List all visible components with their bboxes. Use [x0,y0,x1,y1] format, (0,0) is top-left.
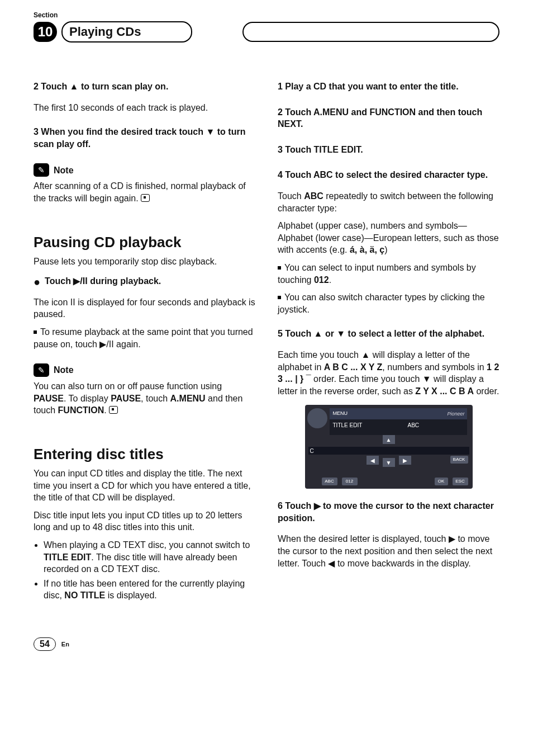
r-step-4-body2: Alphabet (upper case), numbers and symbo… [278,220,499,256]
note-2-body: You can also turn on or off pause functi… [34,380,255,417]
r-step-6-body: When the desired letter is displayed, to… [278,533,499,569]
note-2-pause-2: PAUSE [111,394,141,403]
note-2-text-2: . To display [64,394,111,403]
r-step-4-body: Touch ABC repeatedly to switch between t… [278,190,499,214]
note-2-amenu: A.MENU [170,394,206,403]
device-input-bar [308,447,469,455]
device-back-button: BACK [450,456,468,464]
r-step-4-sq2: You can also switch character types by c… [278,291,499,315]
titles-bullet-1: When playing a CD TEXT disc, you cannot … [44,539,255,575]
r-step-5-d: order. [474,386,499,396]
titles-bullet-2b: is displayed. [105,590,157,600]
r-step-5-b: , numbers and symbols in [382,362,487,372]
r-step-4-body2-close: ) [384,245,387,254]
pausing-step-heading-text: Touch ▶/II during playback. [45,276,161,286]
note-1-label: Note [54,164,74,177]
r-step-1: 1 Play a CD that you want to enter the t… [278,81,499,93]
page-number: 54 [34,637,56,651]
device-down-arrow-icon [383,458,395,467]
r-step-4-body2-text: Alphabet (upper case), numbers and symbo… [278,221,499,254]
r-step-2: 2 Touch A.MENU and FUNCTION and then tou… [278,106,499,130]
chapter-header: 10 Playing CDs [34,21,499,42]
r-step-4-sq1-b: . [329,275,331,285]
note-2-row: ✎ Note [34,363,255,377]
device-screenshot: MENU TITLE EDIT ABC Pioneer C BACK ABC 0… [305,405,473,489]
step-2-heading: 2 Touch ▲ to turn scan play on. [34,81,255,93]
section-label: Section [34,11,499,19]
bullet-icon: ● [34,276,40,288]
device-current-letter: C [308,447,316,456]
titles-body-2: Disc title input lets you input CD title… [34,509,255,533]
device-up-arrow-icon [383,435,395,444]
device-right-arrow-icon [399,456,411,465]
titles-bullets: When playing a CD TEXT disc, you cannot … [44,539,255,602]
r-step-4: 4 Touch ABC to select the desired charac… [278,169,499,181]
note-1-text: After scanning of a CD is finished, norm… [34,181,246,203]
device-title-edit: TITLE EDIT [333,422,363,428]
titles-heading: Entering disc titles [34,445,255,464]
note-2-function: FUNCTION [58,405,104,415]
chapter-header-blank [242,22,499,42]
pausing-heading: Pausing CD playback [34,233,255,252]
r-step-5: 5 Touch ▲ or ▼ to select a letter of the… [278,328,499,340]
device-abc-label: ABC [408,422,420,429]
note-2-text-5: . [104,405,106,415]
pausing-step-heading: ●Touch ▶/II during playback. [34,275,255,287]
r-step-5-body: Each time you touch ▲ will display a let… [278,349,499,397]
r-step-4-sq1: You can select to input numbers and symb… [278,262,499,286]
chapter-title: Playing CDs [61,21,192,42]
note-1-body: After scanning of a CD is finished, norm… [34,180,255,204]
r-step-4-body-a: Touch [278,191,304,201]
end-of-section-icon [141,194,150,202]
r-step-4-abc: ABC [304,191,323,201]
titles-bullet-1a: When playing a CD TEXT disc, you cannot … [44,540,250,550]
pausing-resume-text: To resume playback at the same point tha… [34,327,253,349]
r-step-5-bold1: A B C ... X Y Z [324,362,383,372]
device-logo-icon [307,408,327,428]
titles-bullet-1-bold: TITLE EDIT [44,552,91,562]
square-bullet-icon [278,296,281,299]
device-esc-button: ESC [453,478,468,485]
step-3-heading: 3 When you find the desired track touch … [34,126,255,150]
end-of-section-icon [109,406,118,414]
device-012-button: 012 [342,478,358,485]
page-footer: 54 En [34,637,499,651]
r-step-4-sq1-a: You can select to input numbers and symb… [278,263,476,285]
page-language: En [61,641,69,648]
section-number-badge: 10 [34,22,57,42]
r-step-6: 6 Touch ▶ to move the cursor to the next… [278,500,499,524]
r-step-5-bold3: Z Y X ... C B A [415,386,474,396]
step-2-body: The first 10 seconds of each track is pl… [34,102,255,114]
device-brand: Pioneer [447,410,464,417]
square-bullet-icon [34,330,37,334]
square-bullet-icon [278,266,281,270]
note-1-row: ✎ Note [34,163,255,177]
note-2-pause: PAUSE [34,394,64,403]
device-title-bar: TITLE EDIT ABC [330,419,467,435]
r-step-3: 3 Touch TITLE EDIT. [278,144,499,156]
device-ok-button: OK [435,478,448,485]
titles-bullet-2-bold: NO TITLE [64,590,105,600]
device-left-arrow-icon [367,456,379,465]
r-step-4-accents: á, à, ä, ç [350,245,384,254]
pausing-body: Pause lets you temporarily stop disc pla… [34,256,255,268]
right-column: 1 Play a CD that you want to enter the t… [278,70,499,604]
left-column: 2 Touch ▲ to turn scan play on. The firs… [34,70,255,604]
r-step-4-sq1-bold: 012 [314,275,329,285]
titles-body: You can input CD titles and display the … [34,467,255,504]
note-2-text-3: , touch [141,394,170,403]
pencil-icon: ✎ [34,363,49,377]
pausing-resume: To resume playback at the same point tha… [34,326,255,350]
device-abc-button: ABC [322,478,337,485]
note-2-label: Note [54,364,74,376]
pencil-icon: ✎ [34,163,49,177]
pausing-step-body: The icon II is displayed for four second… [34,296,255,320]
titles-bullet-2: If no title has been entered for the cur… [44,578,255,602]
r-step-4-sq2-text: You can also switch character types by c… [278,292,485,314]
note-2-text-1: You can also turn on or off pause functi… [34,381,222,391]
